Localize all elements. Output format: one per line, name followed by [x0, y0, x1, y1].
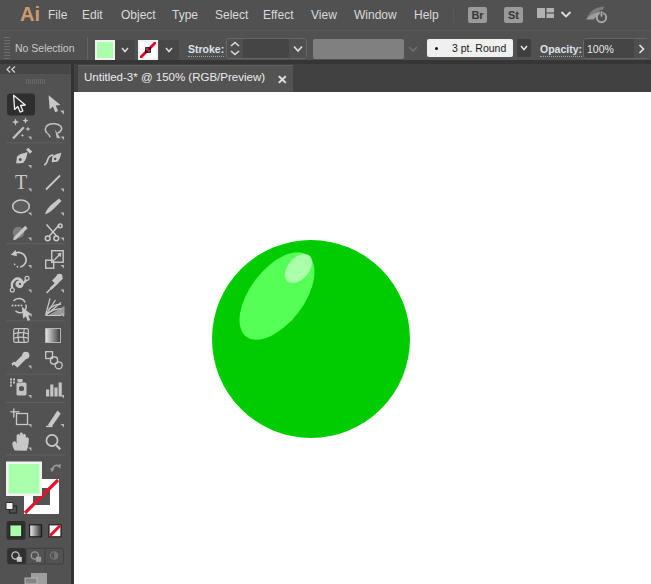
svg-text:T: T: [15, 171, 27, 193]
